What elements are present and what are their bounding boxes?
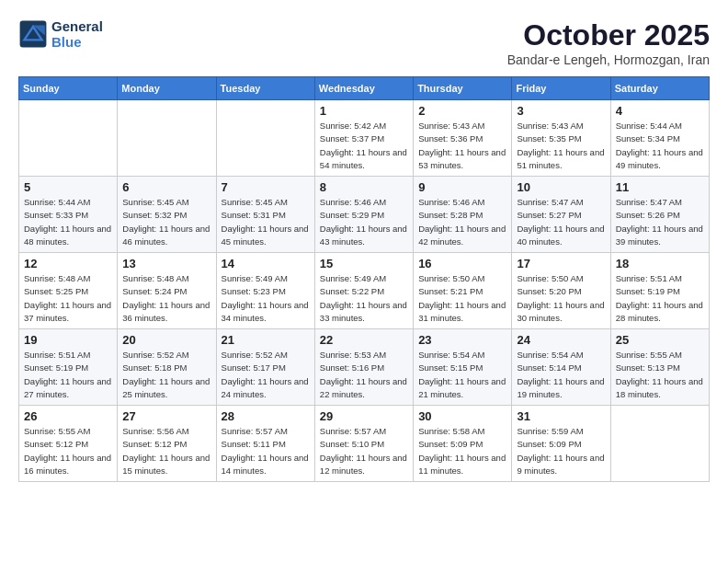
calendar-cell: 15Sunrise: 5:49 AMSunset: 5:22 PMDayligh… <box>314 253 413 329</box>
day-number: 16 <box>418 257 506 270</box>
calendar-cell: 11Sunrise: 5:47 AMSunset: 5:26 PMDayligh… <box>610 177 709 253</box>
calendar-cell: 4Sunrise: 5:44 AMSunset: 5:34 PMDaylight… <box>610 100 709 177</box>
weekday-header-monday: Monday <box>118 77 216 100</box>
day-number: 26 <box>24 409 112 423</box>
day-info: Sunrise: 5:56 AMSunset: 5:12 PMDaylight:… <box>122 425 210 477</box>
calendar-cell: 31Sunrise: 5:59 AMSunset: 5:09 PMDayligh… <box>512 406 610 482</box>
day-number: 25 <box>616 333 704 347</box>
calendar-week-5: 26Sunrise: 5:55 AMSunset: 5:12 PMDayligh… <box>19 406 710 482</box>
calendar-cell: 7Sunrise: 5:45 AMSunset: 5:31 PMDaylight… <box>216 177 314 253</box>
calendar-cell <box>19 100 118 177</box>
day-number: 30 <box>418 409 506 423</box>
calendar-cell: 26Sunrise: 5:55 AMSunset: 5:12 PMDayligh… <box>19 406 118 482</box>
calendar-cell: 8Sunrise: 5:46 AMSunset: 5:29 PMDaylight… <box>314 177 413 253</box>
day-info: Sunrise: 5:58 AMSunset: 5:09 PMDaylight:… <box>418 425 506 477</box>
calendar-cell: 3Sunrise: 5:43 AMSunset: 5:35 PMDaylight… <box>512 100 610 177</box>
calendar-cell <box>216 100 314 177</box>
day-info: Sunrise: 5:44 AMSunset: 5:34 PMDaylight:… <box>616 120 704 172</box>
day-number: 11 <box>616 180 704 194</box>
calendar-cell: 12Sunrise: 5:48 AMSunset: 5:25 PMDayligh… <box>19 253 118 329</box>
day-info: Sunrise: 5:55 AMSunset: 5:12 PMDaylight:… <box>24 425 112 477</box>
day-info: Sunrise: 5:50 AMSunset: 5:20 PMDaylight:… <box>517 272 605 325</box>
day-number: 15 <box>320 257 408 270</box>
day-info: Sunrise: 5:57 AMSunset: 5:10 PMDaylight:… <box>320 425 408 477</box>
day-number: 18 <box>616 257 704 270</box>
calendar-week-4: 19Sunrise: 5:51 AMSunset: 5:19 PMDayligh… <box>19 329 710 406</box>
calendar-table: SundayMondayTuesdayWednesdayThursdayFrid… <box>18 76 710 482</box>
calendar-cell <box>118 100 216 177</box>
day-info: Sunrise: 5:57 AMSunset: 5:11 PMDaylight:… <box>222 425 310 477</box>
day-info: Sunrise: 5:45 AMSunset: 5:31 PMDaylight:… <box>222 196 310 248</box>
weekday-header-sunday: Sunday <box>19 77 118 100</box>
calendar-cell: 18Sunrise: 5:51 AMSunset: 5:19 PMDayligh… <box>610 253 709 329</box>
day-info: Sunrise: 5:49 AMSunset: 5:23 PMDaylight:… <box>222 272 310 325</box>
calendar-cell: 19Sunrise: 5:51 AMSunset: 5:19 PMDayligh… <box>19 329 118 406</box>
day-number: 12 <box>24 257 112 270</box>
day-number: 4 <box>616 104 704 118</box>
day-number: 6 <box>122 180 210 194</box>
calendar-week-1: 1Sunrise: 5:42 AMSunset: 5:37 PMDaylight… <box>19 100 710 177</box>
day-info: Sunrise: 5:45 AMSunset: 5:32 PMDaylight:… <box>122 196 210 248</box>
day-info: Sunrise: 5:42 AMSunset: 5:37 PMDaylight:… <box>320 120 408 172</box>
day-info: Sunrise: 5:52 AMSunset: 5:17 PMDaylight:… <box>222 349 310 401</box>
day-info: Sunrise: 5:43 AMSunset: 5:35 PMDaylight:… <box>517 120 605 172</box>
calendar-cell: 27Sunrise: 5:56 AMSunset: 5:12 PMDayligh… <box>118 406 216 482</box>
day-number: 21 <box>222 333 310 347</box>
day-number: 27 <box>122 409 210 423</box>
day-info: Sunrise: 5:47 AMSunset: 5:26 PMDaylight:… <box>616 196 704 248</box>
weekday-header-tuesday: Tuesday <box>216 77 314 100</box>
weekday-header-thursday: Thursday <box>414 77 512 100</box>
day-info: Sunrise: 5:49 AMSunset: 5:22 PMDaylight:… <box>320 272 408 325</box>
day-number: 10 <box>517 180 605 194</box>
logo: General Blue <box>18 18 103 50</box>
day-number: 28 <box>222 409 310 423</box>
day-info: Sunrise: 5:54 AMSunset: 5:14 PMDaylight:… <box>517 349 605 401</box>
day-info: Sunrise: 5:44 AMSunset: 5:33 PMDaylight:… <box>24 196 112 248</box>
location-subtitle: Bandar-e Lengeh, Hormozgan, Iran <box>507 52 710 67</box>
day-info: Sunrise: 5:46 AMSunset: 5:28 PMDaylight:… <box>418 196 506 248</box>
weekday-header-wednesday: Wednesday <box>314 77 413 100</box>
day-number: 7 <box>222 180 310 194</box>
calendar-cell: 29Sunrise: 5:57 AMSunset: 5:10 PMDayligh… <box>314 406 413 482</box>
calendar-cell: 21Sunrise: 5:52 AMSunset: 5:17 PMDayligh… <box>216 329 314 406</box>
day-info: Sunrise: 5:54 AMSunset: 5:15 PMDaylight:… <box>418 349 506 401</box>
weekday-header-row: SundayMondayTuesdayWednesdayThursdayFrid… <box>19 77 710 100</box>
calendar-cell: 10Sunrise: 5:47 AMSunset: 5:27 PMDayligh… <box>512 177 610 253</box>
logo-text: General Blue <box>51 18 103 50</box>
day-number: 17 <box>517 257 605 270</box>
day-number: 8 <box>320 180 408 194</box>
calendar-cell: 28Sunrise: 5:57 AMSunset: 5:11 PMDayligh… <box>216 406 314 482</box>
day-info: Sunrise: 5:50 AMSunset: 5:21 PMDaylight:… <box>418 272 506 325</box>
day-info: Sunrise: 5:51 AMSunset: 5:19 PMDaylight:… <box>616 272 704 325</box>
calendar-cell: 9Sunrise: 5:46 AMSunset: 5:28 PMDaylight… <box>414 177 512 253</box>
day-number: 29 <box>320 409 408 423</box>
calendar-week-2: 5Sunrise: 5:44 AMSunset: 5:33 PMDaylight… <box>19 177 710 253</box>
day-number: 22 <box>320 333 408 347</box>
calendar-cell: 16Sunrise: 5:50 AMSunset: 5:21 PMDayligh… <box>414 253 512 329</box>
day-number: 9 <box>418 180 506 194</box>
calendar-cell: 24Sunrise: 5:54 AMSunset: 5:14 PMDayligh… <box>512 329 610 406</box>
calendar-cell: 14Sunrise: 5:49 AMSunset: 5:23 PMDayligh… <box>216 253 314 329</box>
calendar-cell: 5Sunrise: 5:44 AMSunset: 5:33 PMDaylight… <box>19 177 118 253</box>
calendar-cell: 17Sunrise: 5:50 AMSunset: 5:20 PMDayligh… <box>512 253 610 329</box>
day-info: Sunrise: 5:46 AMSunset: 5:29 PMDaylight:… <box>320 196 408 248</box>
day-info: Sunrise: 5:43 AMSunset: 5:36 PMDaylight:… <box>418 120 506 172</box>
calendar-cell: 2Sunrise: 5:43 AMSunset: 5:36 PMDaylight… <box>414 100 512 177</box>
day-number: 23 <box>418 333 506 347</box>
day-number: 24 <box>517 333 605 347</box>
calendar-cell: 25Sunrise: 5:55 AMSunset: 5:13 PMDayligh… <box>610 329 709 406</box>
day-number: 13 <box>122 257 210 270</box>
day-number: 2 <box>418 104 506 118</box>
day-number: 31 <box>517 409 605 423</box>
weekday-header-saturday: Saturday <box>610 77 709 100</box>
page-header: General Blue October 2025 Bandar-e Lenge… <box>18 18 710 67</box>
day-info: Sunrise: 5:59 AMSunset: 5:09 PMDaylight:… <box>517 425 605 477</box>
day-info: Sunrise: 5:48 AMSunset: 5:24 PMDaylight:… <box>122 272 210 325</box>
day-info: Sunrise: 5:48 AMSunset: 5:25 PMDaylight:… <box>24 272 112 325</box>
day-info: Sunrise: 5:53 AMSunset: 5:16 PMDaylight:… <box>320 349 408 401</box>
weekday-header-friday: Friday <box>512 77 610 100</box>
day-number: 3 <box>517 104 605 118</box>
month-title: October 2025 <box>507 18 710 52</box>
day-info: Sunrise: 5:55 AMSunset: 5:13 PMDaylight:… <box>616 349 704 401</box>
calendar-cell: 23Sunrise: 5:54 AMSunset: 5:15 PMDayligh… <box>414 329 512 406</box>
